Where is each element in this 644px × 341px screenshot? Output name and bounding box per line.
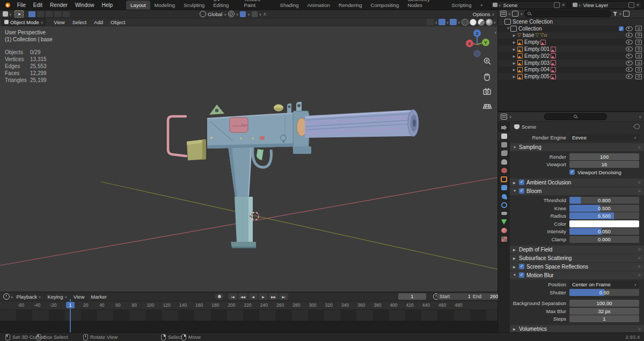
outliner-row-base[interactable]: ▶▽base▽▽ [498, 32, 644, 39]
tab-shading[interactable]: Shading [276, 1, 303, 10]
timeline-ruler[interactable]: -60-40-202040608010012014016018020022024… [0, 301, 497, 310]
expander-icon[interactable]: ▶ [512, 33, 516, 37]
disable-render-camera-icon[interactable] [635, 60, 642, 65]
select-mode-new[interactable] [28, 11, 36, 18]
current-frame-field[interactable]: 1 [398, 293, 426, 300]
gun-model[interactable] [168, 102, 419, 248]
select-mode-extend[interactable] [36, 11, 45, 18]
overlays-toggle[interactable] [438, 19, 445, 25]
properties-search-input[interactable] [544, 113, 607, 120]
hide-viewport-eye-icon[interactable] [626, 74, 633, 79]
frame-start-field[interactable]: Start 1 [437, 293, 473, 300]
jump-to-end-button[interactable]: ▶| [279, 293, 288, 300]
panel-header-ambient-occlusion[interactable]: ▶✓Ambient Occlusion≡ [510, 179, 644, 187]
shading-material-button[interactable] [478, 19, 485, 26]
shading-rendered-button[interactable] [486, 19, 493, 26]
snap-magnet-icon[interactable] [228, 11, 235, 17]
outliner-row-empty[interactable]: ▶Empty [498, 39, 644, 46]
menu-render[interactable]: Render [46, 1, 71, 9]
active-tool-select-box[interactable]: ➤ [14, 10, 24, 18]
hide-viewport-eye-icon[interactable] [626, 67, 633, 72]
timeline-menu-keying[interactable]: Keying∨ [44, 294, 70, 300]
prop-control-knee[interactable]: 0.500 [569, 205, 639, 212]
expander-icon[interactable]: ▶ [512, 61, 516, 65]
display-mode-icon[interactable] [512, 11, 518, 17]
expander-icon[interactable]: ▼ [506, 27, 510, 30]
prop-control-color[interactable] [569, 220, 639, 227]
auto-keying-record-button[interactable] [215, 293, 224, 300]
select-mode-invert[interactable] [54, 11, 62, 18]
timeline-menu-marker[interactable]: Marker [87, 294, 110, 300]
prop-control-intensity[interactable]: 0.050 [569, 228, 639, 235]
close-icon[interactable]: ✕ [636, 3, 640, 8]
disable-render-camera-icon[interactable] [635, 47, 642, 52]
properties-tab-tool[interactable] [498, 123, 510, 132]
options-dropdown[interactable]: Options ∨ [473, 11, 494, 17]
pin-icon[interactable] [633, 123, 641, 130]
xray-toggle[interactable] [450, 19, 457, 25]
falloff-curve-icon[interactable]: ∧ [263, 11, 267, 17]
filter-icon[interactable] [613, 12, 618, 16]
tab-texture-paint[interactable]: Texture Paint [240, 0, 276, 10]
properties-tab-output[interactable] [498, 140, 510, 149]
timeline-tracks[interactable] [0, 310, 497, 334]
outliner-row-empty-005[interactable]: ▶Empty.005 [498, 73, 644, 80]
prop-control-background-separation[interactable]: 100.00 [569, 300, 639, 307]
select-mode-intersect[interactable] [62, 11, 70, 18]
tab-sculpting[interactable]: Sculpting [179, 1, 209, 10]
tab-uv-editing[interactable]: UV Editing [209, 0, 239, 10]
sidebar-toggle-arrow[interactable]: ‹ [495, 29, 496, 35]
expander-icon[interactable]: ▶ [512, 54, 516, 58]
tab-layout[interactable]: Layout [126, 1, 150, 10]
checkbox-motion-blur[interactable]: ✓ [519, 272, 524, 278]
proportional-editing-toggle[interactable] [252, 11, 258, 17]
panel-header-subsurface-scattering[interactable]: ▶Subsurface Scattering≡ [510, 254, 644, 262]
collection-checkbox[interactable]: ✓ [619, 26, 624, 31]
properties-tab-render[interactable] [498, 132, 510, 140]
properties-tab-constraints[interactable] [498, 209, 510, 218]
prop-control-max-blur[interactable]: 32 px [569, 308, 639, 315]
checkbox-bloom[interactable]: ✓ [519, 188, 524, 194]
properties-tab-scene[interactable] [498, 158, 510, 166]
view-layer-selector[interactable]: ∨ View Layer ✕ [570, 1, 642, 9]
disable-render-camera-icon[interactable] [635, 67, 642, 72]
viewport-3d[interactable]: Z X Y [0, 26, 497, 292]
outliner-row-empty-004[interactable]: ▶Empty.004 [498, 66, 644, 73]
panel-header-screen-space-reflections[interactable]: ▶✓Screen Space Reflections≡ [510, 263, 644, 271]
expander-icon[interactable]: ▶ [512, 40, 516, 44]
properties-tab-modifiers[interactable] [498, 183, 510, 192]
perspective-toggle-icon[interactable] [484, 105, 492, 108]
disable-render-camera-icon[interactable] [635, 53, 642, 58]
outliner-row-collection[interactable]: ▼Collection✓ [498, 25, 644, 32]
camera-view-icon[interactable] [484, 88, 491, 95]
disable-render-camera-icon[interactable] [635, 74, 642, 79]
tab-scripting[interactable]: Scripting [447, 1, 475, 10]
hide-viewport-eye-icon[interactable] [626, 33, 633, 38]
scene-selector[interactable]: ∨ Scene ✕ [491, 1, 567, 9]
prop-control-render[interactable]: 100 [569, 153, 639, 160]
timeline-menu-playback[interactable]: Playback∨ [13, 294, 44, 300]
checkbox-screen-space-reflections[interactable]: ✓ [519, 264, 524, 269]
prop-control-radius[interactable]: 6.500 [569, 212, 639, 219]
viewport-menu-object[interactable]: Object [107, 19, 129, 25]
shading-solid-button[interactable] [470, 19, 477, 26]
prop-control-position[interactable]: Center on Frame∨ [569, 281, 639, 288]
mode-dropdown[interactable]: Object Mode ∨ [2, 18, 46, 26]
new-view-layer-icon[interactable] [628, 2, 634, 8]
expander-icon[interactable]: ▶ [512, 47, 516, 51]
properties-tab-particles[interactable] [498, 192, 510, 201]
prop-control-threshold[interactable]: 0.800 [569, 197, 639, 204]
prop-control-viewport-denoising[interactable]: ✓Viewport Denoising [569, 169, 639, 176]
outliner-row-empty-003[interactable]: ▶Empty.003 [498, 60, 644, 66]
properties-editor-icon[interactable] [501, 114, 507, 120]
new-scene-icon[interactable] [554, 2, 560, 8]
tab-rendering[interactable]: Rendering [334, 1, 367, 10]
tab-modeling[interactable]: Modeling [150, 1, 180, 10]
panel-header-sampling[interactable]: ▼Sampling≡ [510, 143, 644, 151]
outliner-search-input[interactable] [524, 10, 611, 17]
disable-render-camera-icon[interactable] [635, 26, 642, 31]
shading-wireframe-button[interactable] [462, 19, 469, 26]
disable-render-camera-icon[interactable] [635, 40, 642, 45]
checkbox-viewport-denoising[interactable]: ✓ [569, 169, 575, 175]
tab-compositing[interactable]: Compositing [367, 1, 404, 10]
